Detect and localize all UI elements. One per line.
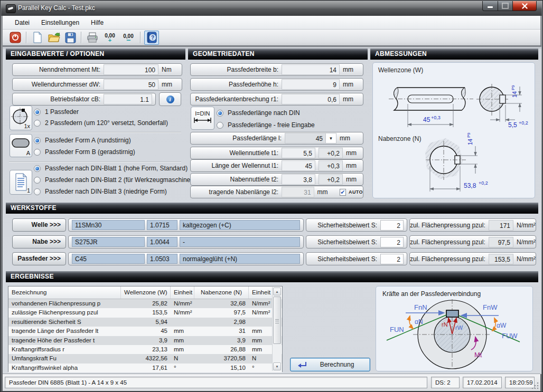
shaft-groove-depth-row: Wellennuttiefe t1: 5,5 +0,2 mm [190,147,363,159]
radio-icon [34,165,41,172]
print-icon [87,32,98,43]
status-time: 18:20:59 [505,377,535,388]
option-form-b[interactable]: Passfeder Form B (geradstirnig) [34,148,135,156]
menu-bar: Datei Einstellungen Hilfe [3,16,540,30]
results-table: Bezeichnung Wellenzone (W) Einheit Naben… [8,286,283,372]
key-length-dropdown[interactable]: ▼ [326,133,336,144]
decimals-increase-button[interactable]: 0,00 + [101,31,118,45]
key-height-label: Passfederhöhe h: [191,81,282,88]
dimensions-panel: Wellenzone (W) Nabenzone (N) 45 +0,3 [372,62,535,198]
hub-material-button[interactable]: Nabe >>> [12,235,66,248]
option-length-din[interactable]: Passfederlänge nach DIN [217,109,300,117]
cell: mm [171,327,194,336]
hub-pressure-value: 97,5 [489,237,513,247]
hub-pressure-unit: N/mm² [513,238,536,246]
shaft-diameter-input[interactable]: 50 [104,79,158,90]
resize-grip[interactable] [532,382,539,389]
maximize-button[interactable] [498,1,513,11]
decimals-decrease-button[interactable]: 0,00 − [120,31,137,45]
hub-groove-depth-input[interactable]: 3,8 [282,174,315,185]
angle-label-an: αN [415,318,423,326]
auto-checkbox[interactable]: ✔ [340,189,346,196]
new-file-button[interactable] [30,31,45,45]
hub-length-label: tragende Nabenlänge l2: [191,188,282,196]
col-header-wellenzone: Wellenzone (W) [121,286,171,299]
dim-t1-tol: +0,2 [519,120,528,126]
key-pressure-unit: N/mm² [513,255,536,263]
radius-label-rw: rW [455,324,463,331]
info-button[interactable]: i [159,92,181,106]
shaft-groove-length-tolerance: +0,3 [319,160,343,171]
option-form-a[interactable]: Passfeder Form A (rundstirnig) [34,136,131,145]
option-din-sheet-2[interactable]: Passfeder nach DIN-Blatt 2 (für Werkzeug… [34,176,196,184]
option-din-sheet-3[interactable]: Passfeder nach DIN-Blatt 3 (niedrige For… [34,187,167,196]
shaft-material-button[interactable]: Welle >>> [12,218,66,232]
results-section-header: ERGEBNISSE [6,271,538,282]
hub-safety-input[interactable]: 2 [380,237,404,247]
calculate-button[interactable]: Berechnung [290,358,370,371]
key-material-button[interactable]: Passfeder >>> [12,252,66,265]
key-length-value[interactable]: 45 [285,133,326,144]
option-one-key[interactable]: 1 Passfeder [34,108,79,116]
table-scrollbar[interactable]: ▲ ▼ [272,287,282,371]
dimension-drawings: Wellenzone (W) Nabenzone (N) 45 +0,3 [373,63,535,198]
key-width-input[interactable]: 14 [282,64,340,75]
option-din-sheet-2-label: Passfeder nach DIN-Blatt 2 (für Werkzeug… [45,176,196,184]
minus-icon: − [126,39,130,42]
service-factor-input[interactable]: 1.1 [104,94,152,104]
minimize-button[interactable] [482,1,498,11]
hub-material-treatment: - [180,237,300,247]
radio-icon [34,120,41,127]
table-row: Kraftangriffswinkel alpha17,61°15,10° [8,364,282,372]
enter-arrow-icon [297,361,307,369]
table-row: tragende Höhe der Passfeder t3,9mm3,9mm [8,336,282,345]
shaft-groove-depth-input[interactable]: 5,5 [282,148,315,158]
key-length-label: Passfederlänge l: [191,135,285,142]
hub-material-number: 1.0044 [147,237,177,247]
shaft-safety-label: Sicherheitsbeiwert S: [306,222,380,229]
key-height-input[interactable]: 9 [282,79,340,90]
open-file-button[interactable] [46,31,61,45]
key-chamfer-input[interactable]: 0,6 [282,94,340,104]
scrollbar-thumb[interactable] [273,297,281,344]
menu-hilfe[interactable]: Hilfe [85,17,109,28]
menu-einstellungen[interactable]: Einstellungen [35,17,85,28]
cell: 45 [121,327,171,336]
cell: N/mm² [171,299,194,308]
scroll-down-button[interactable]: ▼ [273,362,281,370]
shaft-safety-input[interactable]: 2 [380,220,404,231]
hub-safety-row: Sicherheitsbeiwert S: 2 [306,235,407,248]
calculate-button-label: Berechnung [320,361,354,368]
app-window: Parallel Key Calc - Test.pkc Datei Einst… [0,0,543,392]
exit-button[interactable] [8,31,23,45]
col-header-einheit-n: Einheit [249,286,273,299]
option-din-sheet-3-label: Passfeder nach DIN-Blatt 3 (niedrige For… [45,188,167,195]
help-button[interactable]: ? [144,31,159,45]
scroll-up-button[interactable]: ▲ [273,288,281,295]
option-din-sheet-1[interactable]: Passfeder nach DIN-Blatt 1 (hohe Form, S… [34,164,188,173]
print-button[interactable] [85,31,100,45]
menu-datei[interactable]: Datei [9,17,35,28]
dim-t1: 5,5 [508,121,517,129]
torque-input[interactable]: 100 [104,64,158,75]
radio-icon [34,188,41,195]
dim-hub-key-fit: P9 [466,132,471,138]
key-safety-label: Sicherheitsbeiwert S: [306,255,380,263]
hub-length-unit: mm [314,188,328,196]
option-length-free[interactable]: Passfederlänge - freie Eingabe [217,121,315,129]
hub-section: 14 P9 53,8 +0,2 [425,132,488,192]
new-file-icon [32,32,43,43]
key-safety-input[interactable]: 2 [380,254,404,264]
cell: 3,9 [194,336,249,345]
cell: Kraftangriffswinkel alpha [8,364,121,372]
table-row: vorhandenen Flächenpressung p25,82N/mm²3… [8,299,282,308]
shaft-groove-length-input[interactable]: 45 [282,160,315,171]
table-row: Kraftangriffsradius r23,13mm26,88mm [8,345,282,354]
key-pressure-label: zul. Flächenpressung pzul: [410,255,489,263]
hub-zone-label: Nabenzone (N) [378,135,421,142]
close-button[interactable] [513,1,537,11]
toolbar-separator [140,32,141,43]
save-button[interactable] [63,31,78,45]
service-factor-row: Betriebsfaktor cB: 1.1 [12,93,156,106]
option-two-keys[interactable]: 2 Passfedern (um 120° versetzt, Sonderfa… [34,119,168,127]
